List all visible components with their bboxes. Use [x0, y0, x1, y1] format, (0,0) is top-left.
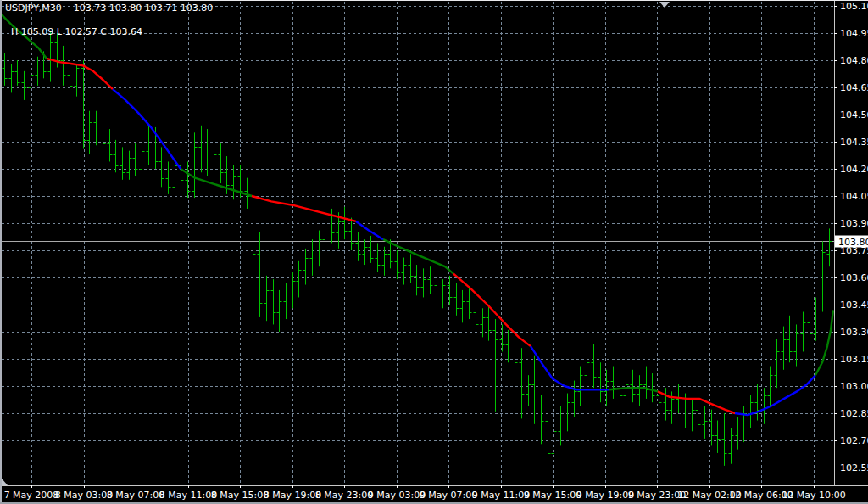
time-axis-label: 12 May 10:00 [782, 490, 845, 501]
time-axis-label: 9 May 11:00 [472, 490, 530, 501]
time-axis-label: 8 May 11:00 [159, 490, 217, 501]
price-axis-label: 104.05 [840, 191, 868, 202]
price-axis-label: 103.15 [840, 354, 868, 365]
price-axis-label: 103.00 [840, 381, 868, 392]
price-axis-label: 105.10 [840, 1, 868, 12]
time-axis-label: 8 May 23:00 [315, 490, 373, 501]
time-axis-label: 8 May 03:00 [55, 490, 113, 501]
price-axis-label: 104.35 [840, 137, 868, 148]
price-axis-label: 104.95 [840, 28, 868, 39]
price-axis-label: 103.45 [840, 300, 868, 311]
price-axis-label: 104.65 [840, 82, 868, 93]
current-price-label: 103.80 [838, 237, 868, 248]
time-axis-label: 8 May 07:00 [107, 490, 164, 501]
price-axis-label: 104.50 [840, 109, 868, 120]
symbol-period-label: USDJPY,M30 [5, 3, 62, 14]
price-axis-label: 102.70 [840, 435, 868, 446]
price-axis-label: 103.60 [840, 272, 868, 283]
time-axis-label: 8 May 15:00 [211, 490, 269, 501]
price-axis-label: 103.30 [840, 327, 868, 338]
time-axis-label: 9 May 19:00 [576, 490, 634, 501]
window-border-top [0, 0, 868, 1]
time-axis-label: 8 May 19:00 [264, 490, 321, 501]
time-axis-label: 7 May 2008 [4, 490, 59, 501]
time-axis-label: 9 May 03:00 [368, 490, 426, 501]
time-axis-label: 9 May 07:00 [420, 490, 477, 501]
price-axis-label: 104.80 [840, 55, 868, 66]
price-axis-label: 102.55 [840, 462, 868, 473]
current-price-badge: 103.80 [835, 236, 868, 248]
hlc-summary-label: H 105.09 L 102.57 C 103.64 [11, 26, 142, 37]
chart-window: 105.10104.95104.80104.65104.50104.35104.… [0, 0, 868, 504]
price-axis-label: 104.20 [840, 164, 868, 175]
window-border-left [0, 0, 2, 504]
chart-header: USDJPY,M30103.73 103.80 103.71 103.80 H … [5, 3, 213, 38]
price-axis-label: 102.85 [840, 408, 868, 419]
ohlc-values-label: 103.73 103.80 103.71 103.80 [74, 3, 213, 14]
price-axis-label: 103.90 [840, 218, 868, 229]
time-axis-label: 9 May 15:00 [524, 490, 581, 501]
chart-canvas[interactable]: 105.10104.95104.80104.65104.50104.35104.… [0, 0, 868, 504]
